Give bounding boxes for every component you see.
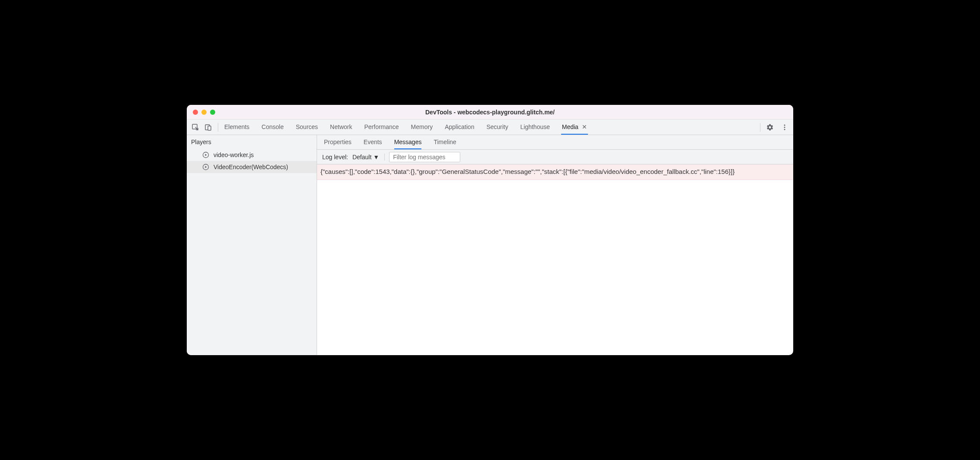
tab-performance[interactable]: Performance (363, 120, 399, 135)
devtools-window: DevTools - webcodecs-playground.glitch.m… (187, 105, 793, 355)
tab-media[interactable]: Media ✕ (561, 120, 588, 135)
subtab-events[interactable]: Events (364, 135, 382, 149)
tab-security[interactable]: Security (486, 120, 509, 135)
tab-elements[interactable]: Elements (223, 120, 250, 135)
messages-list: {"causes":[],"code":1543,"data":{},"grou… (317, 164, 793, 355)
svg-point-3 (784, 124, 785, 126)
log-level-select[interactable]: Default ▼ (352, 154, 385, 161)
gear-icon[interactable] (766, 123, 774, 132)
player-item[interactable]: VideoEncoder(WebCodecs) (187, 161, 317, 173)
play-icon (202, 164, 209, 170)
tab-media-label: Media (562, 123, 578, 130)
main-tabs: Elements Console Sources Network Perform… (223, 120, 760, 135)
close-button[interactable] (193, 110, 198, 115)
subtab-timeline[interactable]: Timeline (433, 135, 456, 149)
player-label: video-worker.js (214, 151, 254, 158)
subtab-messages[interactable]: Messages (394, 135, 422, 149)
main-toolbar: Elements Console Sources Network Perform… (187, 120, 793, 135)
tab-network[interactable]: Network (329, 120, 353, 135)
close-icon[interactable]: ✕ (582, 123, 587, 130)
minimize-button[interactable] (201, 110, 207, 115)
toolbar-right (760, 123, 789, 132)
svg-point-5 (784, 129, 785, 130)
player-label: VideoEncoder(WebCodecs) (214, 164, 288, 170)
log-level-label: Log level: (322, 154, 348, 161)
more-icon[interactable] (780, 123, 789, 132)
tab-application[interactable]: Application (444, 120, 475, 135)
tab-sources[interactable]: Sources (295, 120, 319, 135)
players-sidebar: Players video-worker.js VideoEn (187, 135, 317, 355)
svg-rect-2 (208, 126, 211, 130)
play-icon (202, 151, 209, 158)
titlebar: DevTools - webcodecs-playground.glitch.m… (187, 105, 793, 120)
subtab-properties[interactable]: Properties (324, 135, 352, 149)
inspect-icon[interactable] (191, 123, 200, 132)
media-subtabs: Properties Events Messages Timeline (317, 135, 793, 150)
filter-input[interactable] (389, 152, 460, 162)
tab-lighthouse[interactable]: Lighthouse (519, 120, 551, 135)
tab-memory[interactable]: Memory (410, 120, 434, 135)
svg-point-4 (784, 126, 785, 128)
sidebar-header: Players (187, 135, 317, 149)
message-row[interactable]: {"causes":[],"code":1543,"data":{},"grou… (317, 164, 793, 180)
traffic-lights (193, 110, 215, 115)
filter-bar: Log level: Default ▼ (317, 150, 793, 164)
main-panel: Properties Events Messages Timeline Log … (317, 135, 793, 355)
toolbar-left (191, 123, 218, 132)
maximize-button[interactable] (210, 110, 215, 115)
chevron-down-icon: ▼ (373, 154, 379, 161)
content-area: Players video-worker.js VideoEn (187, 135, 793, 355)
tab-console[interactable]: Console (261, 120, 284, 135)
device-toggle-icon[interactable] (204, 123, 213, 132)
log-level-value: Default (352, 154, 371, 161)
window-title: DevTools - webcodecs-playground.glitch.m… (425, 109, 555, 116)
player-item[interactable]: video-worker.js (187, 149, 317, 161)
